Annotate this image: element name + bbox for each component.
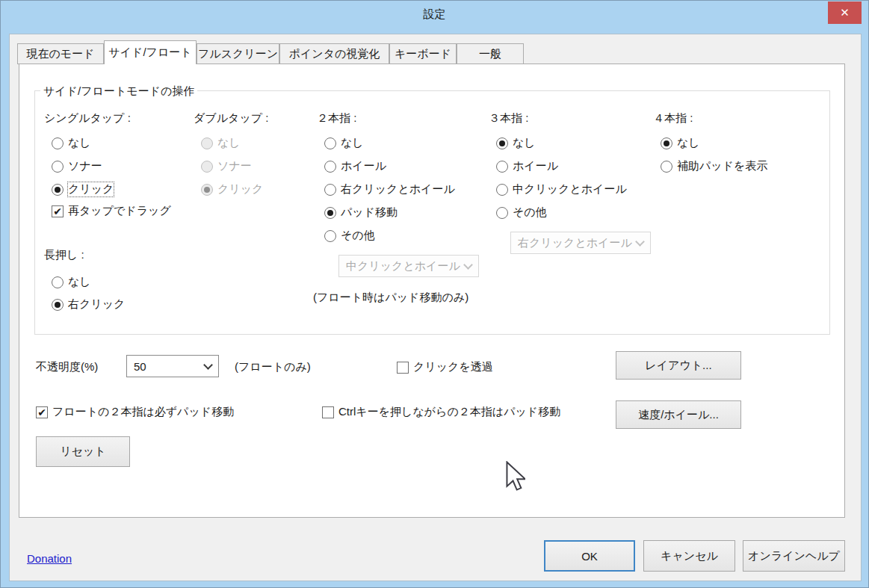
radio-double-tap-none: なし — [201, 136, 241, 150]
tab-label: ポインタの視覚化 — [289, 47, 380, 61]
groupbox-title: サイド/フロートモードの操作 — [40, 84, 197, 99]
radio-icon — [52, 161, 64, 173]
tab-label: 一般 — [479, 47, 501, 61]
opacity-suffix: (フロートのみ) — [235, 360, 311, 374]
radio-two-finger-right-click-wheel[interactable]: 右クリックとホイール — [324, 182, 455, 196]
three-finger-header: ３本指 : — [489, 111, 528, 126]
tab-pointer-visualization[interactable]: ポインタの視覚化 — [279, 43, 389, 64]
radio-icon — [52, 276, 64, 288]
tab-label: 現在のモード — [26, 47, 94, 61]
checkbox-icon: ✔ — [36, 406, 48, 418]
help-button[interactable]: オンラインヘルプ — [743, 540, 845, 572]
checkbox-ctrl-two-finger[interactable]: Ctrlキーを押しながらの２本指はパッド移動 — [322, 405, 560, 419]
window-title: 設定 — [1, 7, 868, 22]
checkbox-icon: ✔ — [52, 205, 64, 217]
check-icon: ✔ — [37, 407, 46, 418]
cursor-arrow-icon — [505, 461, 525, 492]
tab-general[interactable]: 一般 — [457, 43, 524, 64]
radio-long-press-right-click[interactable]: 右クリック — [52, 297, 125, 312]
radio-two-finger-pad-move[interactable]: パッド移動 — [324, 205, 398, 220]
radio-single-tap-none[interactable]: なし — [52, 136, 91, 150]
radio-three-finger-middle-click-wheel[interactable]: 中クリックとホイール — [496, 182, 627, 196]
tab-side-float[interactable]: サイド/フロート — [104, 40, 197, 64]
checkbox-retap-drag[interactable]: ✔ 再タップでドラッグ — [52, 204, 171, 218]
radio-double-tap-click: クリック — [201, 182, 263, 196]
radio-two-finger-none[interactable]: なし — [324, 136, 364, 150]
radio-icon — [201, 161, 213, 173]
tab-label: キーボード — [395, 47, 451, 61]
layout-button[interactable]: レイアウト... — [616, 351, 741, 380]
radio-icon — [52, 299, 64, 311]
radio-two-finger-wheel[interactable]: ホイール — [324, 159, 386, 173]
radio-three-finger-wheel[interactable]: ホイール — [496, 159, 558, 173]
radio-icon — [201, 137, 213, 149]
two-finger-note: (フロート時はパッド移動のみ) — [313, 291, 468, 305]
three-finger-other-combo: 右クリックとホイール — [510, 232, 651, 254]
chevron-down-icon — [463, 260, 473, 270]
tab-label: フルスクリーン — [198, 47, 278, 61]
radio-icon — [496, 184, 508, 196]
radio-icon — [324, 207, 336, 219]
radio-icon — [496, 207, 508, 219]
radio-single-tap-sonar[interactable]: ソナー — [52, 159, 102, 173]
radio-four-finger-none[interactable]: なし — [661, 136, 700, 150]
radio-two-finger-other[interactable]: その他 — [324, 229, 375, 243]
checkbox-icon — [322, 406, 334, 418]
close-button[interactable]: ✕ — [828, 1, 862, 24]
double-tap-header: ダブルタップ : — [194, 111, 268, 126]
chevron-down-icon — [203, 360, 213, 370]
speed-wheel-button[interactable]: 速度/ホイール... — [616, 400, 741, 429]
radio-icon — [52, 137, 64, 149]
opacity-label: 不透明度(%) — [36, 360, 98, 374]
tab-label: サイド/フロート — [108, 46, 191, 60]
two-finger-other-combo: 中クリックとホイール — [338, 255, 479, 277]
radio-four-finger-show-aux-pad[interactable]: 補助パッドを表示 — [661, 159, 767, 173]
checkbox-icon — [397, 362, 409, 374]
opacity-combo[interactable]: 50 — [126, 355, 219, 377]
close-icon: ✕ — [840, 6, 850, 19]
radio-icon — [496, 137, 508, 149]
radio-icon — [661, 161, 672, 173]
radio-icon — [201, 184, 213, 196]
radio-three-finger-none[interactable]: なし — [496, 136, 536, 150]
radio-icon — [496, 161, 508, 173]
single-tap-header: シングルタップ : — [44, 111, 131, 126]
two-finger-header: ２本指 : — [317, 111, 356, 126]
cancel-button[interactable]: キャンセル — [643, 540, 735, 572]
radio-icon — [324, 137, 336, 149]
four-finger-header: ４本指 : — [653, 111, 693, 126]
donation-link[interactable]: Donation — [27, 552, 72, 565]
tab-fullscreen[interactable]: フルスクリーン — [197, 43, 279, 64]
tab-keyboard[interactable]: キーボード — [389, 43, 457, 64]
checkbox-float-two-finger[interactable]: ✔ フロートの２本指は必ずパッド移動 — [36, 405, 234, 419]
reset-button[interactable]: リセット — [36, 436, 130, 467]
chevron-down-icon — [635, 237, 645, 247]
radio-three-finger-other[interactable]: その他 — [496, 205, 547, 220]
checkbox-click-through[interactable]: クリックを透過 — [397, 360, 493, 374]
radio-icon — [324, 161, 336, 173]
ok-button[interactable]: OK — [544, 540, 635, 572]
radio-single-tap-click[interactable]: クリック — [52, 182, 114, 196]
radio-double-tap-sonar: ソナー — [201, 159, 252, 173]
tab-current-mode[interactable]: 現在のモード — [17, 43, 104, 64]
radio-icon — [52, 184, 64, 196]
radio-icon — [324, 184, 336, 196]
radio-long-press-none[interactable]: なし — [52, 275, 91, 289]
settings-window: 設定 ✕ 現在のモード サイド/フロート フルスクリーン ポインタの視覚化 キー… — [0, 0, 869, 588]
radio-icon — [324, 230, 336, 242]
long-press-header: 長押し : — [44, 248, 84, 262]
check-icon: ✔ — [53, 206, 62, 217]
radio-icon — [661, 137, 672, 149]
